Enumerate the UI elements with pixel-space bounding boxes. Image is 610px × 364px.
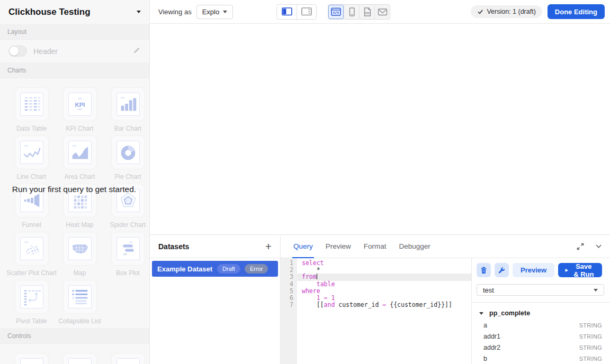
field-name: addr2 (483, 344, 500, 351)
tab-preview[interactable]: Preview (326, 235, 351, 258)
toggle-panel-right-button[interactable] (297, 5, 316, 19)
line-number: 4 (281, 281, 293, 288)
chart-tile-funnel[interactable]: Funnel (7, 184, 56, 229)
mobile-icon (347, 7, 357, 16)
tile-label: Collapsible List (58, 317, 101, 325)
tile-card (15, 280, 49, 314)
tile-label: Area Chart (64, 173, 95, 180)
chart-tile-data-table[interactable]: Data Table (7, 87, 56, 132)
tab-format[interactable]: Format (364, 235, 387, 258)
chart-tile-bar-chart[interactable]: Bar Chart (104, 87, 150, 132)
chart-tile-scatter-plot-chart[interactable]: Scatter Plot Chart (7, 232, 56, 277)
trash-icon (480, 266, 488, 274)
panel-toggle-group (276, 4, 317, 20)
spider-chart-icon (116, 189, 140, 212)
chart-tile-line-chart[interactable]: Line Chart (7, 135, 56, 180)
panel-left-icon (282, 7, 292, 16)
tile-label: Data Table (16, 125, 47, 132)
tab-debugger[interactable]: Debugger (399, 235, 430, 258)
delete-dataset-button[interactable] (477, 263, 491, 277)
preview-button[interactable]: Preview (513, 263, 554, 277)
tile-card (111, 353, 145, 364)
datasets-title: Datasets (158, 242, 189, 251)
chart-tile-heat-map[interactable]: Heat Map (56, 184, 104, 229)
box-plot-icon (116, 237, 140, 260)
bottom-panel: Datasets + Example Dataset DraftError Qu… (150, 234, 610, 364)
schema-field-b[interactable]: bSTRING (477, 353, 602, 364)
email-icon (378, 7, 388, 16)
chevron-down-icon (137, 11, 141, 13)
section-controls: Controls (0, 328, 149, 344)
viewing-as-select[interactable]: Explo (196, 5, 234, 19)
topbar: Clickhouse Testing Viewing as Explo PDF … (0, 0, 610, 24)
schema-table-name: pp_complete (489, 310, 530, 317)
dataset-badges: DraftError (217, 264, 268, 274)
chevron-down-icon (223, 11, 227, 13)
chart-tile-map[interactable]: Map (56, 232, 104, 277)
dashboard-title-menu[interactable]: Clickhouse Testing (0, 0, 150, 24)
expand-panel-icon[interactable] (576, 242, 585, 251)
panel-right-icon (301, 7, 312, 16)
tile-card (111, 184, 145, 217)
schema-field-a[interactable]: aSTRING (477, 320, 602, 331)
chart-tile-kpi-chart[interactable]: KPIKPI Chart (56, 87, 104, 132)
query-side-panel: Preview Save & Run test pp_complete (471, 258, 610, 364)
line-number: 3 (281, 274, 293, 280)
tile-label: Spider Chart (110, 221, 146, 229)
tile-label: Map (74, 269, 86, 277)
control-tile-dropdown[interactable] (104, 353, 150, 364)
control-tile-dropdown[interactable] (7, 353, 56, 364)
dashboard-canvas[interactable] (150, 24, 610, 234)
chart-tile-area-chart[interactable]: Area Chart (56, 135, 104, 180)
dataset-name: Example Dataset (157, 265, 212, 273)
schema-browser: pp_complete aSTRINGaddr1STRINGaddr2STRIN… (472, 303, 610, 364)
header-toggle-label: Header (33, 47, 58, 56)
edit-pencil-icon[interactable] (132, 46, 141, 57)
view-mode-embed-button[interactable] (328, 5, 344, 19)
header-toggle[interactable] (8, 46, 27, 57)
field-type: STRING (579, 333, 602, 340)
collapse-panel-chevron-icon[interactable] (595, 242, 603, 250)
collapsible-list-icon (68, 285, 92, 308)
charts-grid: Data TableKPIKPI ChartBar ChartLine Char… (0, 78, 149, 328)
tab-query[interactable]: Query (293, 235, 313, 258)
schema-select-value: test (483, 286, 494, 294)
tile-card (63, 353, 97, 364)
sql-code-editor[interactable]: 1234567 select *from tablewhere 1 = 1 [[… (281, 258, 471, 364)
toggle-knob-icon (10, 47, 19, 56)
query-settings-button[interactable] (495, 263, 509, 277)
heat-map-icon (68, 189, 92, 212)
schema-select[interactable]: test (477, 284, 604, 296)
save-and-run-button[interactable]: Save & Run (558, 263, 602, 277)
chart-tile-spider-chart[interactable]: Spider Chart (104, 184, 150, 229)
done-editing-button[interactable]: Done Editing (548, 4, 605, 19)
text-cursor (317, 274, 317, 279)
section-layout: Layout (0, 24, 149, 40)
view-mode-pdf-button[interactable]: PDF (359, 5, 374, 19)
view-mode-email-button[interactable] (374, 5, 390, 19)
editor-body: 1234567 select *from tablewhere 1 = 1 [[… (281, 258, 610, 364)
chart-tile-box-plot[interactable]: Box Plot (104, 232, 150, 277)
version-badge[interactable]: Version: 1 (draft) (471, 5, 542, 18)
view-mode-mobile-button[interactable] (344, 5, 359, 19)
field-type: STRING (579, 344, 602, 351)
toggle-panel-left-button[interactable] (277, 5, 297, 19)
control-tile-blank[interactable] (56, 353, 104, 364)
chart-tile-pie-chart[interactable]: Pie Chart (104, 135, 150, 180)
add-dataset-button[interactable]: + (265, 241, 272, 252)
dataset-row-example[interactable]: Example Dataset DraftError (152, 261, 278, 277)
field-type: STRING (579, 322, 602, 329)
pie-chart-icon (116, 141, 140, 164)
line-number-gutter: 1234567 (281, 258, 297, 364)
tile-label: Heat Map (66, 221, 93, 229)
schema-field-addr1[interactable]: addr1STRING (477, 331, 602, 342)
area-chart-icon (68, 141, 92, 164)
schema-field-addr2[interactable]: addr2STRING (477, 342, 602, 353)
chart-tile-pivot-table[interactable]: Pivot Table (7, 280, 56, 325)
schema-table-row[interactable]: pp_complete (477, 310, 602, 317)
tile-card (63, 184, 97, 217)
chart-tile-collapsible-list[interactable]: Collapsible List (56, 280, 104, 325)
section-charts: Charts (0, 62, 149, 78)
svg-text:KPI: KPI (75, 102, 85, 108)
datasets-header: Datasets + (150, 235, 280, 258)
